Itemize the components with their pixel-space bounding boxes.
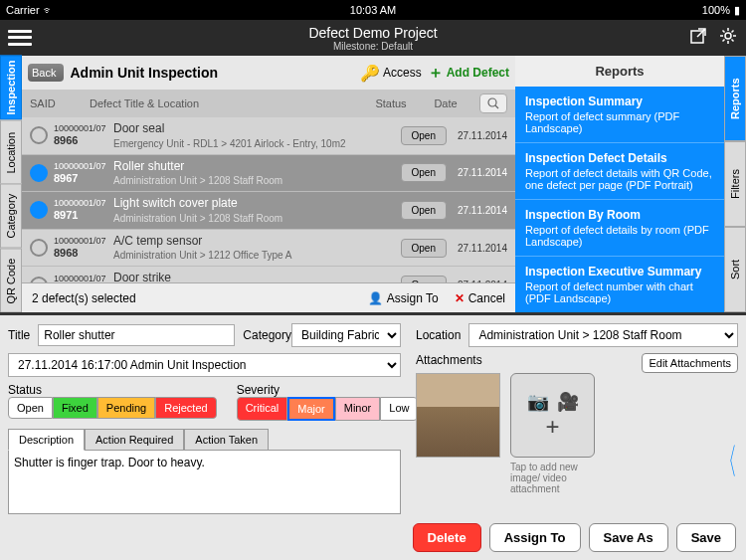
- report-item[interactable]: Inspection By RoomReport of defect detai…: [515, 200, 724, 257]
- edit-attachments-button[interactable]: Edit Attachments: [642, 353, 738, 373]
- inspection-title: Admin Unit Inspection: [70, 65, 218, 81]
- defect-title: Light switch cover plate: [113, 196, 401, 212]
- location-select[interactable]: Administration Unit > 1208 Staff Room: [468, 323, 738, 347]
- defect-row[interactable]: 10000001/078967 Roller shutterAdministra…: [22, 155, 515, 193]
- plus-icon: ＋: [428, 63, 444, 84]
- tab-inspection[interactable]: Inspection: [0, 56, 22, 120]
- menu-icon[interactable]: [8, 28, 32, 48]
- svg-point-1: [725, 33, 731, 39]
- defect-location: Administration Unit > 1208 Staff Room: [113, 212, 401, 225]
- defect-row[interactable]: 10000001/078969 Door strikeAdministratio…: [22, 267, 515, 282]
- col-title: Defect Title & Location: [90, 97, 366, 109]
- tab-qrcode[interactable]: QR Code: [0, 249, 22, 313]
- said-cell: 10000001/078968: [54, 236, 113, 260]
- tab-action-taken[interactable]: Action Taken: [184, 429, 269, 451]
- severity-minor[interactable]: Minor: [335, 397, 381, 421]
- tab-category[interactable]: Category: [0, 184, 22, 249]
- battery-label: 100%: [702, 4, 730, 16]
- key-icon: 🔑: [360, 64, 380, 83]
- svg-point-2: [488, 98, 496, 106]
- delete-button[interactable]: Delete: [413, 523, 481, 552]
- title-input[interactable]: [38, 324, 235, 346]
- category-select[interactable]: Building Fabric: [291, 323, 401, 347]
- defect-title: A/C temp sensor: [113, 234, 401, 250]
- project-title: Defect Demo Project: [308, 25, 437, 41]
- severity-label: Severity: [237, 383, 280, 397]
- defect-row[interactable]: 10000001/078966 Door sealEmergency Unit …: [22, 117, 515, 155]
- attachments-label: Attachments: [416, 353, 482, 367]
- col-said: SAID: [30, 97, 90, 109]
- status-fixed[interactable]: Fixed: [53, 397, 97, 419]
- inspection-select[interactable]: 27.11.2014 16:17:00 Admin Unit Inspectio…: [8, 353, 401, 377]
- tab-reports[interactable]: Reports: [724, 56, 746, 141]
- person-icon: 👤: [368, 291, 383, 305]
- gear-icon[interactable]: [718, 26, 738, 50]
- severity-low[interactable]: Low: [380, 397, 418, 421]
- tab-sort[interactable]: Sort: [724, 227, 746, 312]
- said-cell: 10000001/078969: [54, 274, 113, 282]
- status-pending[interactable]: Pending: [97, 397, 155, 419]
- wifi-icon: ᯤ: [43, 4, 54, 16]
- milestone-subtitle: Milestone: Default: [308, 41, 437, 52]
- report-item[interactable]: Inspection Executive SummaryReport of de…: [515, 257, 724, 313]
- tab-description[interactable]: Description: [8, 429, 85, 451]
- battery-icon: ▮: [734, 4, 740, 17]
- severity-major[interactable]: Major: [287, 397, 335, 421]
- defect-location: Administration Unit > 1212 Office Type A: [113, 249, 401, 262]
- category-label: Category: [243, 328, 291, 342]
- popout-icon[interactable]: [688, 26, 708, 50]
- add-defect-button[interactable]: ＋Add Defect: [428, 63, 509, 84]
- x-icon: ✕: [455, 291, 465, 305]
- back-button[interactable]: Back: [28, 64, 64, 82]
- search-button[interactable]: [479, 93, 507, 113]
- defect-row[interactable]: 10000001/078971 Light switch cover plate…: [22, 192, 515, 230]
- status-button[interactable]: Open: [401, 276, 447, 282]
- collapse-handle[interactable]: 〈: [719, 438, 737, 486]
- save-as-button[interactable]: Save As: [589, 523, 668, 552]
- said-cell: 10000001/078967: [54, 161, 113, 185]
- save-button[interactable]: Save: [676, 523, 736, 552]
- status-rejected[interactable]: Rejected: [155, 397, 216, 419]
- add-attachment-button[interactable]: 📷🎥 +: [510, 373, 595, 458]
- assign-to-button-detail[interactable]: Assign To: [489, 523, 581, 552]
- defect-location: Emergency Unit - RDL1 > 4201 Airlock - E…: [113, 137, 401, 150]
- status-label: Status: [8, 383, 42, 397]
- camera-icon: 📷: [527, 391, 549, 413]
- status-button[interactable]: Open: [401, 201, 447, 220]
- video-icon: 🎥: [557, 391, 579, 413]
- col-date: Date: [416, 97, 475, 109]
- plus-icon: +: [545, 413, 559, 441]
- attachment-hint: Tap to add new image/ video attachment: [510, 462, 595, 494]
- location-label: Location: [416, 328, 461, 342]
- defect-location: Administration Unit > 1208 Staff Room: [113, 174, 401, 187]
- tab-action-required[interactable]: Action Required: [85, 429, 184, 451]
- select-radio[interactable]: [30, 239, 48, 257]
- status-open[interactable]: Open: [8, 397, 53, 419]
- description-textarea[interactable]: Shutter is finger trap. Door to heavy.: [8, 450, 401, 514]
- selection-count: 2 defect(s) selected: [32, 291, 136, 305]
- clock: 10:03 AM: [350, 4, 396, 16]
- defect-date: 27.11.2014: [453, 167, 507, 178]
- select-radio[interactable]: [30, 164, 48, 182]
- said-cell: 10000001/078971: [54, 198, 113, 222]
- select-radio[interactable]: [30, 126, 48, 144]
- severity-critical[interactable]: Critical: [237, 397, 288, 421]
- defect-title: Door strike: [113, 271, 401, 282]
- select-radio[interactable]: [30, 201, 48, 219]
- report-item[interactable]: Inspection SummaryReport of defect summa…: [515, 87, 724, 143]
- assign-to-button[interactable]: 👤Assign To: [368, 291, 439, 305]
- status-button[interactable]: Open: [401, 163, 447, 182]
- cancel-button[interactable]: ✕Cancel: [455, 291, 505, 305]
- title-label: Title: [8, 328, 30, 342]
- status-button[interactable]: Open: [401, 126, 447, 145]
- report-item[interactable]: Inspection Defect DetailsReport of defec…: [515, 143, 724, 200]
- tab-filters[interactable]: Filters: [724, 141, 746, 227]
- defect-row[interactable]: 10000001/078968 A/C temp sensorAdministr…: [22, 230, 515, 268]
- defect-date: 27.11.2014: [453, 205, 507, 216]
- defect-title: Roller shutter: [113, 159, 401, 175]
- access-button[interactable]: 🔑Access: [360, 64, 422, 83]
- tab-location[interactable]: Location: [0, 120, 22, 185]
- defect-date: 27.11.2014: [453, 130, 507, 141]
- status-button[interactable]: Open: [401, 239, 447, 258]
- attachment-thumbnail[interactable]: [416, 373, 500, 458]
